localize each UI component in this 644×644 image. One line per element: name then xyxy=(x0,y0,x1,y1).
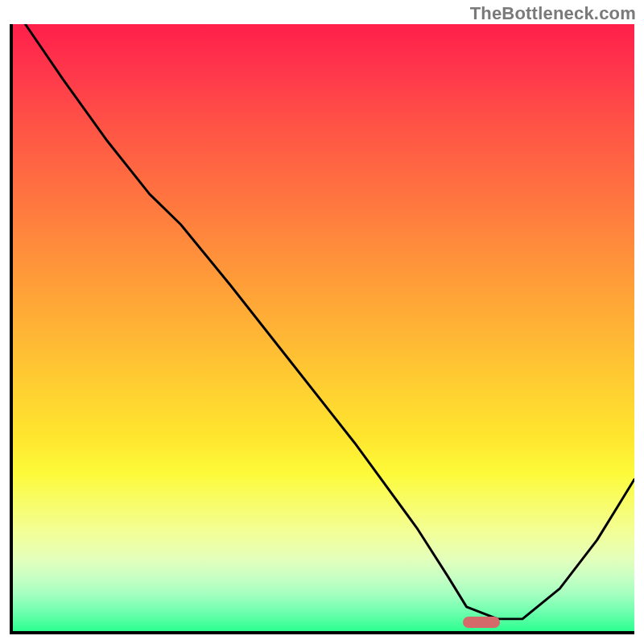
curve-svg xyxy=(13,24,634,631)
optimal-point-marker xyxy=(463,617,500,628)
bottleneck-curve xyxy=(25,24,634,619)
plot-frame xyxy=(10,24,634,634)
watermark-text: TheBottleneck.com xyxy=(470,3,636,24)
chart-container: TheBottleneck.com xyxy=(0,0,644,644)
